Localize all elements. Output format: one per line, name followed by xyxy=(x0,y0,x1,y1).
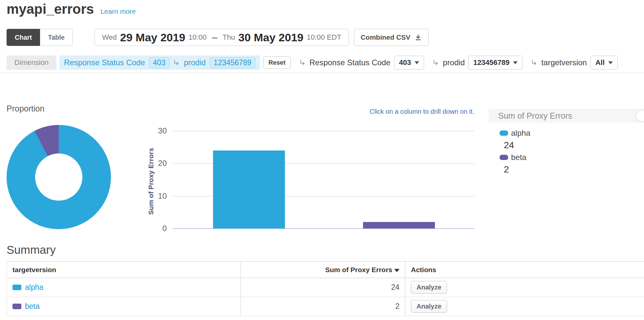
combined-csv-label: Combined CSV xyxy=(361,33,411,41)
legend-header: Sum of Proxy Errors xyxy=(489,109,644,123)
legend-items: alpha 24 beta 2 xyxy=(489,123,644,176)
filter-name: prodid xyxy=(443,58,465,67)
filter-name: targetversion xyxy=(541,58,587,67)
drilldown-breadcrumb: Response Status Code 403 prodid 12345678… xyxy=(59,55,260,70)
beta-value: 2 xyxy=(241,297,405,316)
breadcrumb-dimension-name[interactable]: Response Status Code xyxy=(64,58,145,67)
beta-color-swatch xyxy=(12,304,21,309)
legend-item-alpha: alpha xyxy=(500,128,644,138)
legend-value: 2 xyxy=(500,163,644,176)
table-row-alpha: alpha 24 Analyze xyxy=(7,278,644,297)
end-time: 10:00 EDT xyxy=(307,33,341,42)
chart-bar-alpha[interactable] xyxy=(213,150,285,229)
drilldown-arrow-icon xyxy=(531,59,538,66)
date-range-picker[interactable]: Wed 29 May 2019 10:00 – Thu 30 May 2019 … xyxy=(95,29,349,46)
learn-more-link[interactable]: Learn more xyxy=(100,8,136,15)
drilldown-hint: Click on a column to drill down on it. xyxy=(370,108,474,115)
legend-title: Sum of Proxy Errors xyxy=(498,111,572,121)
donut-chart xyxy=(7,125,111,229)
page-title: myapi_errors xyxy=(7,1,94,17)
end-day: Thu xyxy=(223,33,235,42)
alpha-color-swatch xyxy=(12,285,21,290)
gridline xyxy=(173,131,474,131)
beta-link[interactable]: beta xyxy=(25,302,40,311)
y-tick-label: 10 xyxy=(138,191,167,201)
breadcrumb-dimension-value[interactable]: 403 xyxy=(149,57,169,68)
filter-prodid: prodid 123456789 xyxy=(433,56,523,70)
legend-label: alpha xyxy=(511,129,530,138)
y-axis-label: Sum of Proxy Errors xyxy=(147,148,155,215)
start-time: 10:00 xyxy=(188,33,206,42)
chevron-down-icon xyxy=(415,61,419,64)
legend-label: beta xyxy=(511,153,526,162)
filter-name: Response Status Code xyxy=(310,58,391,67)
column-header-actions: Actions xyxy=(405,262,644,278)
legend-value: 24 xyxy=(500,138,644,152)
column-header-targetversion: targetversion xyxy=(7,262,241,278)
legend-collapse-button[interactable] xyxy=(636,110,644,122)
filter-targetversion: targetversion All xyxy=(531,56,618,70)
beta-color-swatch xyxy=(500,155,508,160)
selected-value: 123456789 xyxy=(473,58,509,67)
response-status-code-select[interactable]: 403 xyxy=(394,56,424,70)
chart-section: Proportion Sum of Proxy Errors 30 20 10 … xyxy=(0,73,644,243)
filter-response-status-code: Response Status Code 403 xyxy=(299,56,424,70)
download-icon xyxy=(415,34,422,41)
chart-bar-beta[interactable] xyxy=(363,222,435,229)
start-day: Wed xyxy=(102,33,117,42)
analyze-button-alpha[interactable]: Analyze xyxy=(411,281,447,294)
chart-view-button[interactable]: Chart xyxy=(7,29,40,46)
analyze-button-beta[interactable]: Analyze xyxy=(411,300,447,313)
drilldown-arrow-icon xyxy=(433,59,439,66)
reset-button[interactable]: Reset xyxy=(263,56,291,69)
y-tick-label: 20 xyxy=(138,159,167,168)
combined-csv-button[interactable]: Combined CSV xyxy=(354,29,429,46)
bar-chart-plot-area xyxy=(173,131,474,229)
prodid-select[interactable]: 123456789 xyxy=(468,56,523,70)
table-view-button[interactable]: Table xyxy=(40,29,73,46)
y-tick-label: 0 xyxy=(138,224,167,233)
column-header-sum-of-proxy-errors[interactable]: Sum of Proxy Errors xyxy=(241,262,405,278)
view-toggle: Chart Table xyxy=(7,29,73,46)
alpha-color-swatch xyxy=(500,130,508,136)
drilldown-arrow-icon xyxy=(173,59,180,66)
breadcrumb-dimension-name[interactable]: prodid xyxy=(184,58,206,67)
start-date: 29 May 2019 xyxy=(120,31,185,44)
summary-heading: Summary xyxy=(7,243,644,256)
alpha-value: 24 xyxy=(241,278,405,297)
summary-table: targetversion Sum of Proxy Errors Action… xyxy=(7,261,644,316)
table-header-row: targetversion Sum of Proxy Errors Action… xyxy=(7,262,644,278)
dimension-bar: Dimension Response Status Code 403 prodi… xyxy=(7,55,618,70)
table-row-beta: beta 2 Analyze xyxy=(7,297,644,316)
report-page: myapi_errors Learn more Chart Table Wed … xyxy=(0,0,644,320)
legend-panel: Sum of Proxy Errors alpha 24 beta 2 xyxy=(489,109,644,176)
summary-section: Summary targetversion Sum of Proxy Error… xyxy=(0,243,644,316)
chevron-down-icon xyxy=(608,61,613,64)
page-header: myapi_errors Learn more xyxy=(7,1,136,17)
legend-item-beta: beta xyxy=(500,152,644,163)
dimension-label: Dimension xyxy=(7,55,56,70)
y-tick-label: 30 xyxy=(138,126,167,135)
targetversion-select[interactable]: All xyxy=(590,56,618,70)
date-range-separator: – xyxy=(212,32,217,43)
toolbar: Chart Table Wed 29 May 2019 10:00 – Thu … xyxy=(7,29,429,46)
selected-value: All xyxy=(595,58,605,67)
donut-hole xyxy=(35,153,82,201)
selected-value: 403 xyxy=(399,58,411,67)
proportion-label: Proportion xyxy=(7,104,44,113)
sort-desc-icon xyxy=(394,269,399,272)
alpha-link[interactable]: alpha xyxy=(25,283,43,292)
breadcrumb-dimension-value[interactable]: 123456789 xyxy=(210,57,255,68)
drilldown-arrow-icon xyxy=(299,59,306,66)
chevron-down-icon xyxy=(513,61,518,64)
end-date: 30 May 2019 xyxy=(238,31,304,44)
